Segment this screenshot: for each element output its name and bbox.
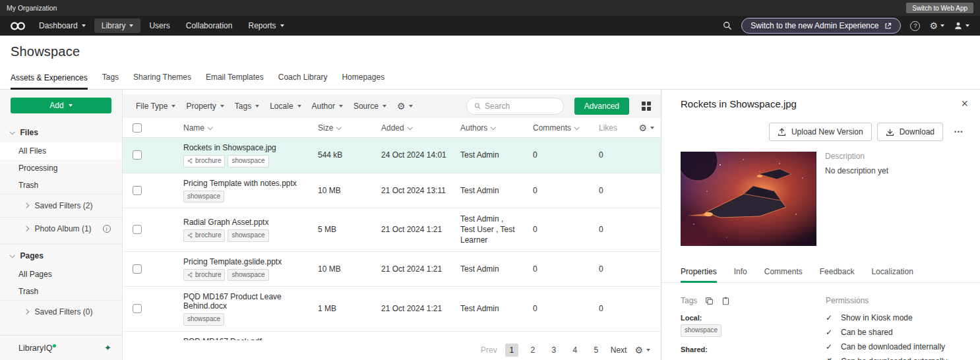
sidebar-item-all-pages[interactable]: All Pages [0, 266, 122, 283]
sidebar-item-all-files[interactable]: All Files [0, 142, 122, 160]
sidebar-item-trash[interactable]: Trash [0, 177, 122, 194]
tab-tags[interactable]: Tags [102, 67, 119, 89]
table-area: File TypePropertyTagsLocaleAuthorSource … [123, 90, 661, 360]
filter-property[interactable]: Property [186, 102, 224, 111]
app-logo[interactable] [7, 22, 29, 30]
row-checkbox[interactable] [133, 186, 142, 195]
row-checkbox[interactable] [133, 264, 142, 274]
tab-homepages[interactable]: Homepages [342, 67, 384, 89]
column-header-likes[interactable]: Likes [588, 123, 628, 133]
nav-item-label: Reports [248, 21, 276, 30]
detail-tab-info[interactable]: Info [734, 263, 747, 282]
filter-tags[interactable]: Tags [235, 102, 259, 111]
download-button[interactable]: Download [877, 123, 943, 141]
column-header-authors[interactable]: Authors [450, 123, 522, 133]
likes-cell: 0 [588, 220, 628, 239]
grid-view-icon[interactable] [641, 101, 652, 111]
tag-label: showspace [231, 270, 264, 280]
pagination-page-5[interactable]: 5 [590, 344, 603, 357]
advanced-button[interactable]: Advanced [574, 98, 629, 115]
switch-admin-experience-button[interactable]: Switch to the new Admin Experience [741, 18, 901, 34]
admin-settings-gear[interactable]: ⚙ [929, 21, 944, 30]
tab-assets-experiences[interactable]: Assets & Experiences [11, 67, 88, 90]
search-icon[interactable] [723, 21, 732, 30]
column-header-comments[interactable]: Comments [522, 123, 588, 133]
sidebar-section-header-files[interactable]: Files [0, 123, 122, 142]
pagination-page-1[interactable]: 1 [505, 344, 518, 357]
sidebar-item-processing[interactable]: Processing [0, 160, 122, 177]
info-icon[interactable]: i [103, 225, 111, 233]
detail-tab-properties[interactable]: Properties [681, 263, 717, 283]
paste-tags-icon[interactable] [721, 297, 730, 305]
user-account-menu[interactable] [954, 21, 969, 30]
tab-coach-library[interactable]: Coach Library [278, 67, 328, 89]
table-settings-cell: ⚙ [628, 123, 661, 133]
row-checkbox[interactable] [133, 150, 142, 160]
sidebar-item-photo-album-1[interactable]: Photo Album (1)i [0, 217, 122, 240]
upload-new-version-button[interactable]: Upload New Version [769, 123, 872, 141]
filter-author[interactable]: Author [312, 102, 343, 111]
column-header-size[interactable]: Size [307, 123, 371, 133]
tab-sharing-themes[interactable]: Sharing Themes [133, 67, 191, 89]
detail-tab-feedback[interactable]: Feedback [820, 263, 855, 282]
pagination-page-4[interactable]: 4 [568, 344, 582, 357]
comments-cell: 0 [522, 181, 588, 200]
table-header: NameSizeAddedAuthorsCommentsLikes⚙ [123, 118, 661, 138]
filter-file-type[interactable]: File Type [136, 102, 175, 111]
table-row[interactable]: Pricing Template.gslide.pptxbrochureshow… [123, 252, 661, 287]
tab-email-templates[interactable]: Email Templates [206, 67, 264, 89]
table-row[interactable]: PQD MD167 Deck.pdfshowspace831 kB21 Oct … [123, 332, 661, 340]
row-end-cell [628, 185, 661, 196]
table-settings-button[interactable]: ⚙ [638, 123, 654, 133]
table-row[interactable]: PQD MD167 Product Leave Behind.docxshows… [123, 287, 661, 332]
check-icon: ✓ [826, 328, 834, 337]
pagination-page-3[interactable]: 3 [547, 344, 561, 357]
sidebar-item-saved-filters-2[interactable]: Saved Filters (2) [0, 194, 122, 217]
asset-name-cell: PQD MD167 Product Leave Behind.docxshows… [152, 287, 307, 331]
tag-chip: showspace [183, 191, 224, 203]
filter-source[interactable]: Source [353, 102, 386, 111]
tags-header: Tags [681, 296, 819, 305]
select-all-checkbox[interactable] [133, 123, 142, 133]
nav-item-users[interactable]: Users [142, 18, 177, 33]
chevron-down-icon [409, 105, 413, 107]
pagination-prev[interactable]: Prev [481, 345, 497, 355]
sidebar-item-libraryiq[interactable]: LibraryIQ ✦ [0, 335, 122, 360]
asset-preview-image[interactable] [681, 152, 816, 246]
row-checkbox[interactable] [133, 304, 142, 313]
description-label: Description [825, 152, 888, 161]
sidebar-item-saved-filters-0[interactable]: Saved Filters (0) [0, 300, 122, 323]
detail-tab-comments[interactable]: Comments [764, 263, 803, 282]
libraryiq-label: LibraryIQ [18, 344, 55, 353]
authors-cell: Test Admin , Test User , Test Learner [450, 208, 522, 251]
copy-tags-icon[interactable] [705, 297, 714, 305]
column-header-added[interactable]: Added [371, 123, 450, 133]
more-options-button[interactable]: ••• [948, 129, 969, 135]
switch-to-web-app-button[interactable]: Switch to Web App [906, 3, 973, 13]
permission-row: ✓Can be downloaded internally [826, 342, 968, 351]
detail-tab-label: Info [734, 267, 747, 276]
pagination-settings-button[interactable]: ⚙ [634, 345, 650, 355]
add-button[interactable]: Add [11, 98, 111, 113]
table-row[interactable]: Radial Graph Asset.pptxbrochureshowspace… [123, 208, 661, 252]
pagination-page-2[interactable]: 2 [526, 344, 539, 357]
nav-item-library[interactable]: Library [94, 18, 141, 33]
permission-row: ✓Can be shared [826, 328, 968, 337]
filter-settings-gear[interactable]: ⚙ [397, 102, 413, 111]
sidebar-section-header-pages[interactable]: Pages [0, 246, 122, 266]
nav-item-dashboard[interactable]: Dashboard [32, 18, 93, 33]
nav-item-collaboration[interactable]: Collaboration [179, 18, 240, 33]
filter-locale[interactable]: Locale [270, 102, 301, 111]
detail-tab-localization[interactable]: Localization [871, 263, 913, 282]
help-icon[interactable]: ? [910, 21, 920, 31]
search-input[interactable] [485, 102, 556, 111]
table-row[interactable]: Rockets in Showspace.jpgbrochureshowspac… [123, 138, 661, 173]
added-cell: 21 Oct 2024 13:11 [371, 181, 450, 200]
sidebar-item-trash[interactable]: Trash [0, 283, 122, 300]
column-header-name[interactable]: Name [152, 123, 307, 133]
table-row[interactable]: Pricing Template with notes.pptxshowspac… [123, 173, 661, 209]
nav-item-reports[interactable]: Reports [241, 18, 291, 33]
pagination-next[interactable]: Next [611, 345, 627, 355]
close-icon[interactable]: × [961, 98, 968, 109]
row-checkbox[interactable] [133, 225, 142, 234]
